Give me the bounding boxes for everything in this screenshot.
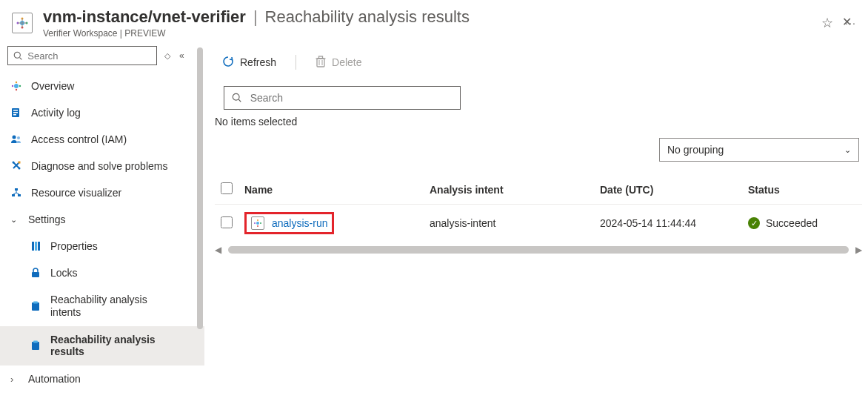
- sidebar-item-locks[interactable]: Locks: [0, 259, 204, 286]
- horizontal-scrollbar[interactable]: ◀ ▶: [215, 246, 862, 255]
- page-subtitle: Verifier Workspace | PREVIEW: [43, 28, 470, 39]
- selection-status: No items selected: [209, 116, 868, 138]
- sidebar-item-label: Access control (IAM): [31, 133, 204, 145]
- svg-rect-37: [32, 342, 39, 350]
- clipboard-icon: [30, 340, 41, 351]
- svg-rect-41: [319, 56, 323, 59]
- col-status[interactable]: Status: [742, 175, 862, 205]
- chevron-down-icon: ⌄: [10, 215, 19, 225]
- iam-icon: [10, 134, 22, 145]
- scroll-left-icon[interactable]: ◀: [215, 245, 221, 255]
- sidebar-scrollbar[interactable]: [197, 43, 203, 398]
- svg-rect-18: [13, 112, 18, 113]
- delete-label: Delete: [332, 56, 361, 68]
- sidebar-item-label: Reachability analysis intents: [50, 291, 165, 322]
- row-checkbox[interactable]: [221, 216, 233, 228]
- svg-rect-27: [18, 194, 21, 196]
- page-header: vnm-instance/vnet-verifier | Reachabilit…: [0, 0, 868, 43]
- svg-point-50: [257, 225, 258, 227]
- svg-rect-31: [32, 242, 34, 251]
- sidebar-item-label: Activity log: [31, 107, 204, 119]
- svg-point-14: [16, 82, 17, 83]
- grouping-select[interactable]: No grouping ⌄: [659, 138, 859, 162]
- col-date[interactable]: Date (UTC): [594, 175, 742, 205]
- results-search[interactable]: [224, 86, 461, 110]
- diagnose-icon: [10, 161, 22, 171]
- select-all-checkbox[interactable]: [221, 182, 233, 194]
- sidebar-item-label: Settings: [28, 214, 204, 225]
- command-bar: Refresh Delete: [209, 46, 868, 79]
- svg-point-48: [260, 222, 261, 224]
- svg-rect-25: [15, 188, 18, 191]
- resource-type-icon: [251, 216, 264, 230]
- annotation-highlight: analysis-run: [244, 212, 334, 234]
- scrollbar-thumb[interactable]: [197, 47, 203, 329]
- svg-rect-26: [12, 194, 15, 196]
- row-date: 2024-05-14 11:44:44: [594, 205, 742, 242]
- svg-rect-17: [13, 110, 18, 111]
- scroll-right-icon[interactable]: ▶: [855, 245, 862, 255]
- svg-line-29: [13, 193, 16, 194]
- refresh-icon: [222, 56, 234, 70]
- sidebar-search-input[interactable]: [27, 50, 152, 62]
- clipboard-icon: [30, 301, 41, 311]
- svg-point-9: [14, 52, 20, 58]
- svg-line-30: [16, 193, 19, 194]
- resource-type-icon: [12, 13, 33, 33]
- status-badge: ✓ Succeeded: [748, 217, 856, 229]
- sidebar-item-label: Locks: [50, 267, 204, 279]
- collapse-sidebar-button[interactable]: «: [179, 50, 184, 61]
- sidebar-item-diagnose[interactable]: Diagnose and solve problems: [0, 153, 204, 179]
- expand-collapse-icon[interactable]: ◇: [164, 51, 170, 61]
- svg-point-11: [14, 84, 19, 88]
- sidebar-item-resource-visualizer[interactable]: Resource visualizer: [0, 179, 204, 206]
- resviz-icon: [10, 188, 22, 198]
- sidebar-item-intents[interactable]: Reachability analysis intents: [0, 286, 204, 326]
- sidebar-search[interactable]: [7, 46, 157, 65]
- sidebar-item-overview[interactable]: Overview: [0, 73, 204, 99]
- scrollbar-thumb[interactable]: [228, 246, 849, 254]
- breadcrumb-resource: vnm-instance/vnet-verifier: [43, 7, 246, 27]
- svg-rect-39: [317, 59, 324, 67]
- svg-rect-36: [33, 301, 38, 303]
- sidebar-item-properties[interactable]: Properties: [0, 233, 204, 259]
- table-row[interactable]: analysis-run analysis-intent 2024-05-14 …: [215, 205, 862, 242]
- sidebar-group-automation[interactable]: › Automation: [0, 365, 204, 392]
- sidebar-group-settings[interactable]: ⌄ Settings: [0, 206, 204, 233]
- activity-icon: [10, 107, 22, 118]
- svg-point-21: [17, 136, 20, 139]
- svg-rect-38: [33, 341, 38, 343]
- delete-button: Delete: [311, 53, 366, 73]
- search-icon: [232, 93, 243, 103]
- analysis-run-link[interactable]: analysis-run: [272, 217, 327, 229]
- svg-point-12: [12, 85, 13, 87]
- svg-point-23: [19, 168, 21, 170]
- sidebar-item-activity-log[interactable]: Activity log: [0, 99, 204, 126]
- refresh-label: Refresh: [240, 56, 276, 68]
- svg-rect-19: [13, 114, 16, 116]
- col-intent[interactable]: Analysis intent: [424, 175, 594, 205]
- status-text: Succeeded: [766, 217, 818, 229]
- svg-point-13: [19, 85, 21, 87]
- star-icon[interactable]: ☆: [821, 15, 833, 31]
- sidebar-item-label: Resource visualizer: [31, 187, 204, 199]
- svg-point-47: [254, 222, 256, 224]
- sidebar-item-label: Diagnose and solve problems: [31, 160, 204, 172]
- refresh-button[interactable]: Refresh: [218, 53, 281, 73]
- sidebar-item-iam[interactable]: Access control (IAM): [0, 126, 204, 153]
- results-search-input[interactable]: [250, 92, 453, 104]
- trash-icon: [316, 56, 326, 70]
- close-button[interactable]: ✕: [842, 15, 852, 29]
- sidebar-item-results[interactable]: Reachability analysis results: [0, 326, 204, 366]
- sidebar-item-label: Automation: [28, 373, 204, 385]
- check-icon: ✓: [748, 217, 760, 229]
- grouping-value: No grouping: [667, 144, 724, 156]
- svg-point-22: [13, 162, 15, 164]
- chevron-right-icon: ›: [10, 374, 19, 385]
- sidebar-item-label: Overview: [31, 80, 204, 92]
- svg-point-44: [233, 93, 240, 100]
- chevron-down-icon: ⌄: [844, 145, 851, 155]
- search-icon: [13, 51, 23, 61]
- row-intent: analysis-intent: [424, 205, 594, 242]
- col-name[interactable]: Name: [238, 175, 424, 205]
